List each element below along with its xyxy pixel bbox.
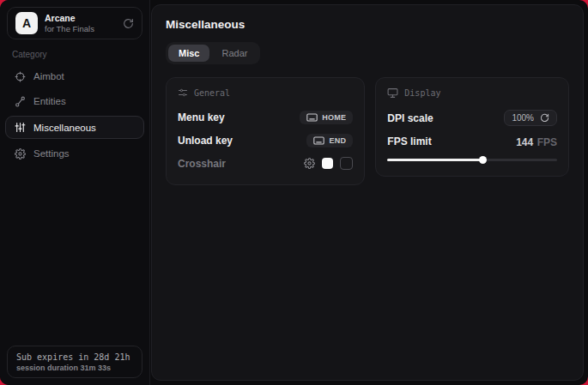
dpi-scale-row: DPI scale 100% [387, 108, 557, 128]
crosshair-settings-gear-icon[interactable] [304, 158, 315, 169]
menu-key-bind[interactable]: HOME [300, 111, 353, 124]
crosshair-color-swatch[interactable] [322, 158, 333, 169]
fps-limit-value: 144 FPS [516, 134, 557, 149]
dpi-scale-value: 100% [512, 113, 534, 123]
refresh-icon[interactable] [540, 113, 549, 123]
session-duration-text: session duration 31m 33s [16, 364, 133, 372]
keyboard-icon [306, 113, 318, 122]
sub-expires-text: Sub expires in 28d 21h [16, 352, 133, 362]
crosshair-row: Crosshair [178, 153, 353, 173]
app-title: Arcane [45, 13, 116, 24]
dpi-scale-label: DPI scale [387, 112, 433, 124]
logo-text: Arcane for The Finals [45, 13, 116, 33]
sidebar-nav: Aimbot Entities Miscellaneous [0, 64, 149, 165]
crosshair-label: Crosshair [178, 158, 226, 170]
fps-limit-label: FPS limit [387, 135, 431, 147]
sidebar-item-label: Entities [33, 96, 66, 106]
slider-thumb[interactable] [479, 156, 487, 164]
unload-key-label: Unload key [178, 135, 233, 147]
avatar: A [15, 12, 38, 34]
subscription-card: Sub expires in 28d 21h session duration … [7, 346, 142, 378]
general-card-title: General [194, 88, 230, 98]
crosshair-controls [304, 157, 353, 170]
tab-bar: Misc Radar [166, 42, 260, 64]
fps-limit-row: FPS limit 144 FPS [387, 131, 557, 151]
sidebar-item-label: Settings [33, 148, 70, 159]
entities-icon [14, 96, 26, 107]
unload-key-bind[interactable]: END [306, 134, 353, 147]
sidebar-item-settings[interactable]: Settings [5, 141, 144, 165]
logo-card: A Arcane for The Finals [7, 7, 142, 39]
sidebar: A Arcane for The Finals Category Aimbot [0, 0, 150, 385]
fps-limit-slider[interactable] [387, 154, 557, 165]
unload-key-value: END [329, 136, 346, 145]
category-label: Category [12, 50, 137, 59]
page-title: Miscellaneous [166, 18, 569, 31]
sidebar-item-miscellaneous[interactable]: Miscellaneous [5, 116, 144, 139]
unload-key-row: Unload key END [178, 130, 353, 150]
app-window: A Arcane for The Finals Category Aimbot [0, 0, 588, 385]
main-panel: Miscellaneous Misc Radar General Menu ke… [151, 4, 584, 381]
general-card: General Menu key HOME Unload key [166, 77, 365, 185]
app-subtitle: for The Finals [45, 24, 116, 33]
crosshair-icon [14, 71, 26, 82]
general-card-header: General [178, 87, 353, 98]
display-card: Display DPI scale 100% FPS limit [375, 77, 569, 177]
crosshair-toggle-checkbox[interactable] [340, 157, 353, 170]
sliders-icon [14, 122, 26, 133]
general-icon [178, 87, 188, 98]
keyboard-icon [313, 136, 324, 145]
display-card-title: Display [404, 88, 440, 98]
display-card-header: Display [387, 87, 557, 99]
sidebar-item-aimbot[interactable]: Aimbot [5, 64, 144, 88]
dpi-scale-control[interactable]: 100% [504, 110, 557, 126]
monitor-icon [387, 87, 398, 99]
refresh-icon[interactable] [123, 18, 134, 29]
sidebar-item-label: Miscellaneous [33, 123, 96, 133]
tab-misc[interactable]: Misc [168, 45, 209, 62]
gear-icon [14, 148, 26, 159]
sidebar-item-entities[interactable]: Entities [5, 89, 144, 113]
sidebar-item-label: Aimbot [33, 71, 64, 81]
slider-fill [387, 159, 482, 161]
menu-key-value: HOME [322, 113, 346, 122]
tab-radar[interactable]: Radar [211, 45, 258, 62]
menu-key-label: Menu key [178, 111, 225, 123]
menu-key-row: Menu key HOME [178, 107, 353, 127]
settings-cards: General Menu key HOME Unload key [166, 77, 569, 185]
